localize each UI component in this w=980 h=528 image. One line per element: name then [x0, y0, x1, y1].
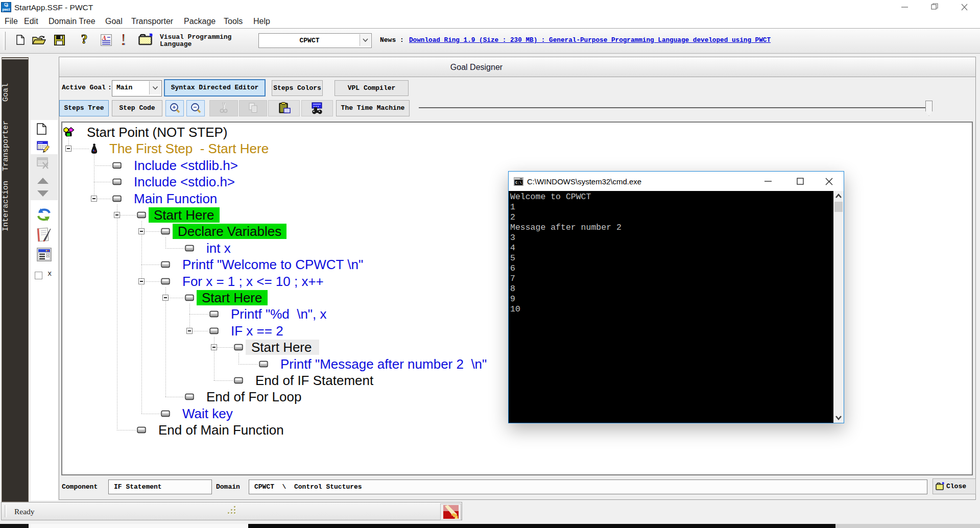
svg-text:pwct: pwct [3, 8, 11, 12]
side-tab-ridge [2, 58, 28, 59]
status-bar [1, 502, 462, 520]
new-file-icon[interactable] [16, 35, 25, 59]
taskbar-segment [0, 524, 29, 528]
step-code-button[interactable]: Step Code [112, 100, 162, 116]
cmd-icon: C:\ [514, 177, 523, 186]
status-text: Ready [14, 502, 35, 520]
new-step-icon[interactable] [37, 123, 46, 135]
cmd-maximize-button[interactable] [789, 172, 811, 191]
resize-grip-dot [231, 512, 232, 514]
resize-grip-dot [228, 512, 229, 514]
find-button[interactable] [301, 100, 333, 116]
resize-grip-dot [231, 509, 232, 511]
vpl-compiler-button[interactable]: VPL Compiler [334, 80, 409, 96]
taskbar-segment [835, 524, 980, 528]
properties-window-icon[interactable] [37, 248, 52, 261]
cmd-console: Welcome to CPWCT 1 2 Message after numbe… [509, 191, 833, 423]
menu-file[interactable]: File [5, 14, 18, 28]
cmd-title: C:\WINDOWS\system32\cmd.exe [527, 172, 641, 191]
move-up-icon [37, 177, 49, 184]
goal-designer-header [59, 57, 975, 77]
resize-grip-dot [234, 506, 235, 508]
run-icon[interactable] [121, 34, 126, 58]
steps-tree-button[interactable]: Steps Tree [59, 100, 109, 116]
cmd-scroll-thumb[interactable] [834, 202, 843, 212]
edit-comment-icon[interactable] [37, 227, 52, 243]
toolbar-grip [3, 32, 6, 50]
report-icon[interactable]: A [101, 34, 112, 59]
active-goal-combobox[interactable]: Main [112, 80, 162, 97]
menu-domain-tree[interactable]: Domain Tree [49, 14, 95, 28]
cmd-window[interactable]: C:\ C:\WINDOWS\system32\cmd.exe Welcome … [508, 171, 844, 423]
paste-button[interactable] [268, 100, 300, 116]
svg-text:?: ? [81, 33, 88, 46]
steps-colors-button[interactable]: Steps Colors [272, 80, 323, 96]
menu-help[interactable]: Help [253, 14, 270, 28]
status-bar-grip [5, 505, 7, 517]
vpl-label: Visual Programming Language [160, 34, 231, 48]
x-checkbox-label: x [47, 270, 52, 278]
taskbar-segment [29, 524, 248, 528]
language-combobox-value: CPWCT [259, 34, 360, 47]
menu-package[interactable]: Package [184, 14, 216, 28]
bottom-gap [0, 520, 980, 524]
minimize-button[interactable] [893, 0, 916, 14]
close-folder-icon [936, 482, 945, 491]
cmd-scrollbar[interactable] [833, 191, 844, 423]
time-machine-button[interactable]: The Time Machine [336, 100, 410, 116]
cmd-close-button[interactable] [818, 172, 840, 191]
status-logo [440, 503, 461, 520]
active-goal-combobox-arrow[interactable] [149, 81, 161, 94]
copy-button [239, 100, 267, 116]
close-goal-label: Close [946, 483, 966, 490]
cmd-minimize-button[interactable] [757, 172, 779, 191]
active-goal-value: Main [116, 81, 132, 95]
cut-button [209, 100, 238, 116]
refresh-icon[interactable] [37, 208, 51, 222]
cmd-scroll-up-icon[interactable] [835, 194, 842, 199]
menu-transporter[interactable]: Transporter [131, 14, 173, 28]
app-icon: pwct [1, 2, 11, 12]
cmd-scroll-down-icon[interactable] [835, 415, 842, 420]
menu-goal[interactable]: Goal [105, 14, 123, 28]
window-title: StartApp.SSF - PWCT [14, 0, 93, 14]
close-button[interactable] [953, 0, 976, 14]
help-icon[interactable]: ? [79, 33, 90, 57]
news-label: News : [380, 33, 404, 47]
domain-value: CPWCT \ Control Stuctures [254, 480, 362, 494]
edit-step-icon[interactable] [37, 141, 50, 153]
news-link[interactable]: Download Ring 1.9 (Size : 230 MB) : Gene… [409, 33, 771, 47]
zoom-out-button[interactable] [186, 100, 205, 116]
goal-designer-title: Goal Designer [450, 57, 503, 77]
cmd-title-bar: C:\ C:\WINDOWS\system32\cmd.exe [509, 172, 844, 191]
resize-grip-dot [234, 512, 235, 514]
active-goal-label: Active Goal [62, 77, 106, 98]
zoom-track [419, 107, 925, 109]
menu-tools[interactable]: Tools [224, 14, 243, 28]
component-field[interactable]: IF Statement [108, 479, 212, 494]
restore-button[interactable] [923, 0, 946, 14]
tab-goal[interactable]: Goal [2, 81, 29, 104]
tab-transporter[interactable]: Transporter [2, 119, 29, 172]
menu-edit[interactable]: Edit [24, 14, 38, 28]
component-label: Component [62, 477, 98, 496]
active-goal-colon: : [108, 77, 112, 98]
x-checkbox[interactable] [35, 272, 42, 279]
zoom-in-button[interactable] [165, 100, 184, 116]
resize-grip-dot [234, 509, 235, 511]
delete-step-icon [37, 157, 50, 170]
language-combobox-arrow[interactable] [360, 34, 371, 46]
main-toolbar: ? A Visual Progr [0, 29, 980, 54]
open-file-icon[interactable] [32, 35, 47, 60]
svg-text:C:\: C:\ [515, 181, 522, 185]
syntax-directed-editor-button[interactable]: Syntax Directed Editor [164, 79, 266, 97]
save-file-icon[interactable] [54, 35, 65, 59]
taskbar-segment [248, 524, 835, 528]
open-folder-icon[interactable] [138, 33, 154, 57]
tab-interaction[interactable]: Interaction [2, 185, 29, 231]
close-goal-button[interactable]: Close [933, 478, 976, 494]
language-combobox[interactable]: CPWCT [258, 33, 372, 48]
domain-field[interactable]: CPWCT \ Control Stuctures [249, 479, 927, 494]
move-down-icon [37, 190, 49, 197]
domain-label: Domain [216, 477, 240, 496]
